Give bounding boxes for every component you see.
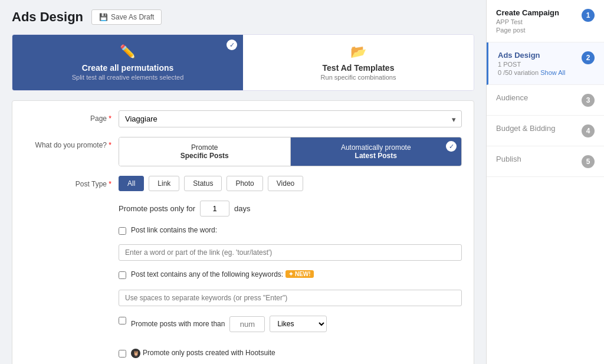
template-all-permutations[interactable]: ✓ ✏️ Create all permutations Split test … bbox=[12, 35, 243, 90]
hootsuite-label: Promote only posts created with Hootsuit… bbox=[143, 349, 275, 357]
sidebar-badge-5: 5 bbox=[582, 155, 595, 168]
post-type-photo[interactable]: Photo bbox=[226, 176, 262, 191]
days-row: Promote posts only for days bbox=[119, 201, 462, 217]
pencil-icon: ✏️ bbox=[24, 44, 231, 60]
post-type-status[interactable]: Status bbox=[184, 176, 222, 191]
hootsuite-row: 🦉 Promote only posts created with Hootsu… bbox=[24, 349, 462, 364]
sidebar-badge-2: 2 bbox=[582, 51, 595, 64]
post-type-all[interactable]: All bbox=[119, 176, 144, 191]
promote-more-checkbox[interactable] bbox=[119, 317, 126, 324]
post-text-label: Post text contains any of the following … bbox=[131, 270, 283, 278]
sidebar-item-budget[interactable]: Budget & Bidding 4 bbox=[487, 116, 604, 146]
show-all-link[interactable]: Show All bbox=[540, 69, 565, 76]
post-text-checkbox-row: Post text contains any of the following … bbox=[119, 270, 462, 279]
sidebar-item-ads-design[interactable]: Ads Design 1 POST 0 /50 variation Show A… bbox=[487, 42, 604, 85]
hootsuite-icon: 🦉 bbox=[131, 349, 140, 358]
new-badge: ✦ NEW! bbox=[285, 270, 313, 278]
page-row: Page * Viaggiare bbox=[24, 110, 462, 127]
post-link-input[interactable] bbox=[119, 244, 462, 261]
hootsuite-checkbox-row: 🦉 Promote only posts created with Hootsu… bbox=[119, 349, 462, 358]
post-link-label: Post link contains the word: bbox=[131, 226, 217, 234]
days-input[interactable] bbox=[200, 201, 229, 217]
promote-more-label: Promote posts with more than bbox=[131, 320, 225, 328]
promote-tabs: Promote Specific Posts ✓ Automatically p… bbox=[119, 137, 462, 166]
likes-select[interactable]: Likes Shares Comments bbox=[270, 316, 327, 332]
main-content: Ads Design 💾 Save As Draft ✓ ✏️ Create a… bbox=[0, 0, 486, 364]
num-input[interactable] bbox=[229, 316, 265, 332]
promote-label: What do you promote? * bbox=[24, 137, 119, 149]
save-draft-button[interactable]: 💾 Save As Draft bbox=[91, 9, 162, 25]
promote-latest-tab[interactable]: ✓ Automatically promote Latest Posts bbox=[290, 137, 462, 166]
post-type-row: Post Type * All Link Status Photo Video bbox=[24, 176, 462, 191]
page-title: Ads Design bbox=[12, 9, 83, 25]
folder-icon: 📂 bbox=[255, 44, 462, 60]
sidebar-badge-4: 4 bbox=[582, 124, 595, 137]
promote-days-label: Promote posts only for bbox=[119, 204, 195, 213]
promote-specific-tab[interactable]: Promote Specific Posts bbox=[119, 137, 290, 166]
post-text-checkbox[interactable] bbox=[119, 271, 126, 279]
page-select[interactable]: Viaggiare bbox=[119, 110, 462, 127]
post-type-label: Post Type * bbox=[24, 176, 119, 188]
post-type-video[interactable]: Video bbox=[268, 176, 303, 191]
promote-tab-check: ✓ bbox=[446, 141, 457, 152]
sidebar-item-create-campaign[interactable]: Create Campaign APP Test Page post 1 bbox=[487, 0, 604, 42]
promote-more-checkbox-row: Promote posts with more than Likes Share… bbox=[119, 316, 462, 332]
sidebar-badge-1: 1 bbox=[582, 9, 595, 22]
template-check-badge: ✓ bbox=[226, 40, 237, 50]
sidebar-badge-3: 3 bbox=[582, 94, 595, 107]
promote-more-row: Promote posts with more than Likes Share… bbox=[24, 316, 462, 339]
likes-row: Promote posts with more than Likes Share… bbox=[131, 316, 327, 332]
template-test-ad[interactable]: 📂 Test Ad Templates Run specific combina… bbox=[243, 35, 474, 90]
post-text-row: Post text contains any of the following … bbox=[24, 270, 462, 306]
save-icon: 💾 bbox=[99, 13, 108, 21]
post-link-checkbox[interactable] bbox=[119, 227, 126, 235]
templates-section: ✓ ✏️ Create all permutations Split test … bbox=[12, 34, 474, 91]
page-header: Ads Design 💾 Save As Draft bbox=[12, 9, 474, 25]
hootsuite-checkbox[interactable] bbox=[119, 350, 126, 358]
days-unit: days bbox=[234, 204, 250, 213]
promote-days-row: Promote posts only for days bbox=[24, 201, 462, 217]
form-section: Page * Viaggiare What do you promote? * … bbox=[12, 100, 474, 364]
page-select-wrapper: Viaggiare bbox=[119, 110, 462, 127]
sidebar-item-audience[interactable]: Audience 3 bbox=[487, 85, 604, 116]
promote-row: What do you promote? * Promote Specific … bbox=[24, 137, 462, 166]
post-link-row: Post link contains the word: bbox=[24, 226, 462, 261]
page-label: Page * bbox=[24, 110, 119, 123]
post-type-link[interactable]: Link bbox=[149, 176, 179, 191]
sidebar-item-publish[interactable]: Publish 5 bbox=[487, 146, 604, 177]
post-type-buttons: All Link Status Photo Video bbox=[119, 176, 462, 191]
post-link-checkbox-row: Post link contains the word: bbox=[119, 226, 462, 235]
keywords-input[interactable] bbox=[119, 290, 462, 306]
sidebar: Create Campaign APP Test Page post 1 Ads… bbox=[486, 0, 604, 364]
